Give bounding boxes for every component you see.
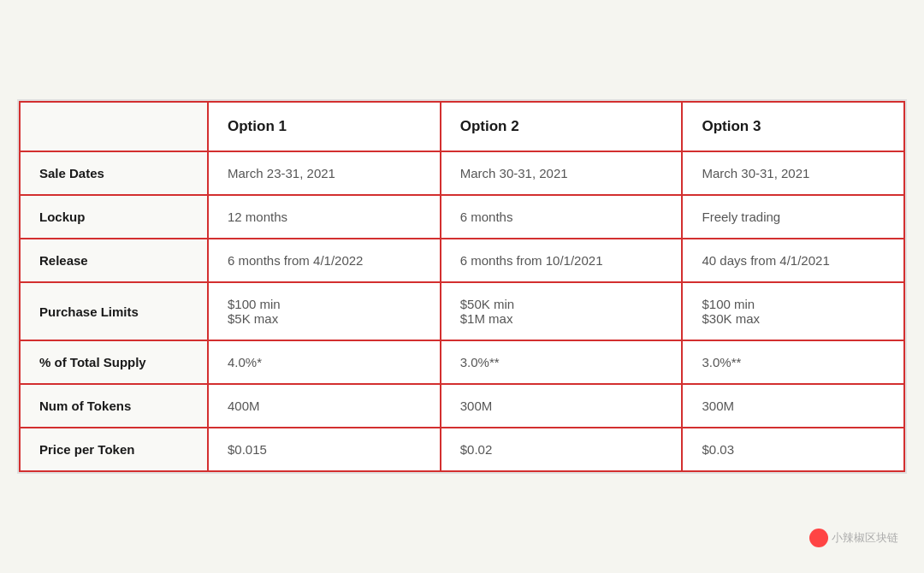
table-row: Lockup 12 months 6 months Freely trading	[20, 195, 904, 239]
header-option2: Option 2	[441, 102, 683, 151]
cell-total-supply-1: 4.0%*	[208, 340, 441, 384]
cell-lockup-1: 12 months	[208, 195, 441, 239]
table-row: Purchase Limits $100 min $5K max $50K mi…	[20, 282, 904, 340]
row-label-num-tokens: Num of Tokens	[20, 384, 208, 428]
watermark-text: 小辣椒区块链	[832, 530, 898, 546]
table-row: % of Total Supply 4.0%* 3.0%** 3.0%**	[20, 340, 904, 384]
header-option1: Option 1	[208, 102, 441, 151]
cell-num-tokens-2: 300M	[441, 384, 683, 428]
cell-release-3: 40 days from 4/1/2021	[682, 239, 904, 282]
header-option3: Option 3	[682, 102, 904, 151]
cell-lockup-2: 6 months	[441, 195, 683, 239]
cell-purchase-3: $100 min $30K max	[682, 282, 904, 340]
table-row: Sale Dates March 23-31, 2021 March 30-31…	[20, 151, 904, 195]
watermark: 小辣椒区块链	[809, 529, 898, 547]
cell-release-1: 6 months from 4/1/2022	[208, 239, 441, 282]
watermark-icon	[809, 529, 828, 547]
header-empty	[20, 102, 208, 151]
cell-price-1: $0.015	[208, 428, 441, 471]
cell-num-tokens-1: 400M	[208, 384, 441, 428]
row-label-lockup: Lockup	[20, 195, 208, 239]
cell-total-supply-3: 3.0%**	[682, 340, 904, 384]
table-row: Release 6 months from 4/1/2022 6 months …	[20, 239, 904, 282]
comparison-table: Option 1 Option 2 Option 3 Sale Dates Ma…	[17, 99, 907, 474]
cell-price-3: $0.03	[682, 428, 904, 471]
cell-sale-dates-2: March 30-31, 2021	[441, 151, 683, 195]
table-row: Price per Token $0.015 $0.02 $0.03	[20, 428, 904, 471]
row-label-purchase-limits: Purchase Limits	[20, 282, 208, 340]
row-label-total-supply: % of Total Supply	[20, 340, 208, 384]
row-label-price-per-token: Price per Token	[20, 428, 208, 471]
cell-total-supply-2: 3.0%**	[441, 340, 683, 384]
cell-lockup-3: Freely trading	[682, 195, 904, 239]
cell-release-2: 6 months from 10/1/2021	[441, 239, 683, 282]
cell-purchase-1: $100 min $5K max	[208, 282, 441, 340]
cell-num-tokens-3: 300M	[682, 384, 904, 428]
cell-purchase-2: $50K min $1M max	[441, 282, 683, 340]
cell-sale-dates-3: March 30-31, 2021	[682, 151, 904, 195]
cell-sale-dates-1: March 23-31, 2021	[208, 151, 441, 195]
row-label-sale-dates: Sale Dates	[20, 151, 208, 195]
table-row: Num of Tokens 400M 300M 300M	[20, 384, 904, 428]
row-label-release: Release	[20, 239, 208, 282]
cell-price-2: $0.02	[441, 428, 683, 471]
